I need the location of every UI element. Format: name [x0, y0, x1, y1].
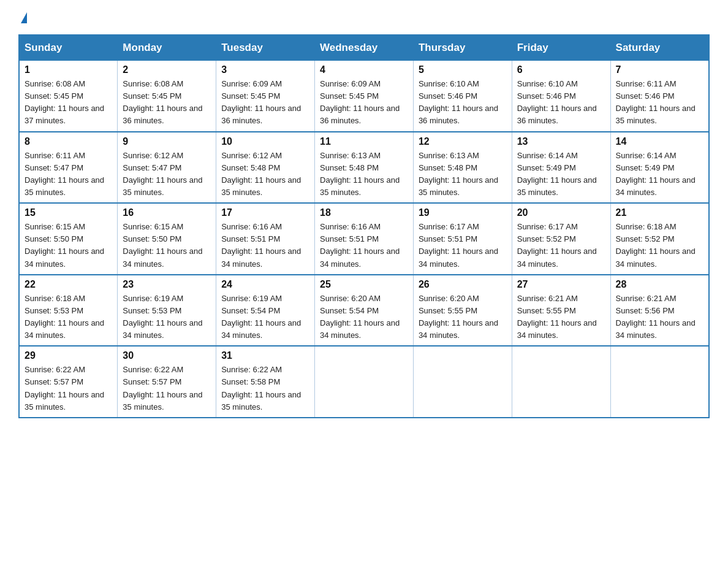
calendar-day-cell: 28 Sunrise: 6:21 AMSunset: 5:56 PMDaylig… — [610, 275, 709, 347]
calendar-header-wednesday: Wednesday — [315, 35, 414, 61]
calendar-day-cell: 17 Sunrise: 6:16 AMSunset: 5:51 PMDaylig… — [216, 203, 315, 275]
day-number: 8 — [25, 136, 112, 147]
day-info: Sunrise: 6:10 AMSunset: 5:46 PMDaylight:… — [517, 79, 597, 125]
day-info: Sunrise: 6:13 AMSunset: 5:48 PMDaylight:… — [320, 151, 400, 197]
day-number: 24 — [221, 279, 309, 290]
day-number: 30 — [123, 350, 211, 361]
day-info: Sunrise: 6:11 AMSunset: 5:47 PMDaylight:… — [25, 151, 104, 197]
calendar-day-cell: 24 Sunrise: 6:19 AMSunset: 5:54 PMDaylig… — [216, 275, 315, 347]
day-info: Sunrise: 6:20 AMSunset: 5:55 PMDaylight:… — [419, 294, 498, 340]
day-number: 9 — [123, 136, 211, 147]
day-info: Sunrise: 6:17 AMSunset: 5:52 PMDaylight:… — [517, 222, 597, 268]
calendar-day-cell: 30 Sunrise: 6:22 AMSunset: 5:57 PMDaylig… — [118, 346, 216, 418]
day-info: Sunrise: 6:09 AMSunset: 5:45 PMDaylight:… — [221, 79, 301, 125]
calendar-day-cell: 21 Sunrise: 6:18 AMSunset: 5:52 PMDaylig… — [610, 203, 709, 275]
day-info: Sunrise: 6:14 AMSunset: 5:49 PMDaylight:… — [517, 151, 597, 197]
day-info: Sunrise: 6:19 AMSunset: 5:54 PMDaylight:… — [221, 294, 301, 340]
calendar-day-cell: 11 Sunrise: 6:13 AMSunset: 5:48 PMDaylig… — [315, 132, 414, 204]
day-number: 2 — [123, 64, 211, 75]
day-info: Sunrise: 6:22 AMSunset: 5:57 PMDaylight:… — [123, 365, 202, 411]
day-info: Sunrise: 6:15 AMSunset: 5:50 PMDaylight:… — [25, 222, 104, 268]
calendar-day-cell: 27 Sunrise: 6:21 AMSunset: 5:55 PMDaylig… — [512, 275, 610, 347]
day-number: 16 — [123, 207, 211, 218]
calendar-week-row: 22 Sunrise: 6:18 AMSunset: 5:53 PMDaylig… — [19, 275, 709, 347]
day-number: 1 — [25, 64, 112, 75]
calendar-day-cell: 18 Sunrise: 6:16 AMSunset: 5:51 PMDaylig… — [315, 203, 414, 275]
day-info: Sunrise: 6:18 AMSunset: 5:53 PMDaylight:… — [25, 294, 104, 340]
day-info: Sunrise: 6:21 AMSunset: 5:55 PMDaylight:… — [517, 294, 597, 340]
day-info: Sunrise: 6:12 AMSunset: 5:47 PMDaylight:… — [123, 151, 202, 197]
logo — [18, 12, 27, 23]
day-number: 25 — [320, 279, 408, 290]
day-info: Sunrise: 6:22 AMSunset: 5:57 PMDaylight:… — [25, 365, 104, 411]
day-number: 23 — [123, 279, 211, 290]
day-info: Sunrise: 6:16 AMSunset: 5:51 PMDaylight:… — [221, 222, 301, 268]
calendar-header-friday: Friday — [512, 35, 610, 61]
day-info: Sunrise: 6:20 AMSunset: 5:54 PMDaylight:… — [320, 294, 400, 340]
calendar-header-monday: Monday — [118, 35, 216, 61]
day-info: Sunrise: 6:21 AMSunset: 5:56 PMDaylight:… — [616, 294, 696, 340]
calendar-header-thursday: Thursday — [413, 35, 512, 61]
day-number: 12 — [419, 136, 507, 147]
day-number: 28 — [616, 279, 703, 290]
day-info: Sunrise: 6:12 AMSunset: 5:48 PMDaylight:… — [221, 151, 301, 197]
calendar-week-row: 29 Sunrise: 6:22 AMSunset: 5:57 PMDaylig… — [19, 346, 709, 418]
calendar-day-cell: 19 Sunrise: 6:17 AMSunset: 5:51 PMDaylig… — [413, 203, 512, 275]
day-info: Sunrise: 6:09 AMSunset: 5:45 PMDaylight:… — [320, 79, 400, 125]
day-info: Sunrise: 6:14 AMSunset: 5:49 PMDaylight:… — [616, 151, 696, 197]
day-number: 3 — [221, 64, 309, 75]
calendar-day-cell: 26 Sunrise: 6:20 AMSunset: 5:55 PMDaylig… — [413, 275, 512, 347]
day-info: Sunrise: 6:10 AMSunset: 5:46 PMDaylight:… — [419, 79, 498, 125]
day-number: 13 — [517, 136, 605, 147]
day-number: 6 — [517, 64, 605, 75]
day-number: 10 — [221, 136, 309, 147]
day-info: Sunrise: 6:11 AMSunset: 5:46 PMDaylight:… — [616, 79, 696, 125]
calendar-header-row: SundayMondayTuesdayWednesdayThursdayFrid… — [19, 35, 709, 61]
day-number: 5 — [419, 64, 507, 75]
calendar-week-row: 15 Sunrise: 6:15 AMSunset: 5:50 PMDaylig… — [19, 203, 709, 275]
calendar-header-sunday: Sunday — [19, 35, 118, 61]
calendar-day-cell: 2 Sunrise: 6:08 AMSunset: 5:45 PMDayligh… — [118, 61, 216, 132]
day-number: 27 — [517, 279, 605, 290]
day-number: 4 — [320, 64, 408, 75]
day-number: 15 — [25, 207, 112, 218]
calendar-day-cell: 10 Sunrise: 6:12 AMSunset: 5:48 PMDaylig… — [216, 132, 315, 204]
day-info: Sunrise: 6:08 AMSunset: 5:45 PMDaylight:… — [123, 79, 202, 125]
day-number: 18 — [320, 207, 408, 218]
calendar-day-cell: 3 Sunrise: 6:09 AMSunset: 5:45 PMDayligh… — [216, 61, 315, 132]
calendar-table: SundayMondayTuesdayWednesdayThursdayFrid… — [18, 34, 710, 418]
logo-triangle-icon — [21, 12, 27, 23]
calendar-day-cell: 16 Sunrise: 6:15 AMSunset: 5:50 PMDaylig… — [118, 203, 216, 275]
calendar-day-cell: 6 Sunrise: 6:10 AMSunset: 5:46 PMDayligh… — [512, 61, 610, 132]
day-info: Sunrise: 6:18 AMSunset: 5:52 PMDaylight:… — [616, 222, 696, 268]
day-number: 26 — [419, 279, 507, 290]
calendar-day-cell: 14 Sunrise: 6:14 AMSunset: 5:49 PMDaylig… — [610, 132, 709, 204]
calendar-day-cell: 31 Sunrise: 6:22 AMSunset: 5:58 PMDaylig… — [216, 346, 315, 418]
calendar-day-cell — [413, 346, 512, 418]
calendar-day-cell: 13 Sunrise: 6:14 AMSunset: 5:49 PMDaylig… — [512, 132, 610, 204]
calendar-day-cell: 20 Sunrise: 6:17 AMSunset: 5:52 PMDaylig… — [512, 203, 610, 275]
calendar-day-cell: 7 Sunrise: 6:11 AMSunset: 5:46 PMDayligh… — [610, 61, 709, 132]
day-number: 20 — [517, 207, 605, 218]
calendar-week-row: 1 Sunrise: 6:08 AMSunset: 5:45 PMDayligh… — [19, 61, 709, 132]
calendar-day-cell: 23 Sunrise: 6:19 AMSunset: 5:53 PMDaylig… — [118, 275, 216, 347]
day-number: 19 — [419, 207, 507, 218]
day-number: 29 — [25, 350, 112, 361]
calendar-day-cell: 9 Sunrise: 6:12 AMSunset: 5:47 PMDayligh… — [118, 132, 216, 204]
day-number: 21 — [616, 207, 703, 218]
calendar-day-cell: 8 Sunrise: 6:11 AMSunset: 5:47 PMDayligh… — [19, 132, 118, 204]
day-number: 22 — [25, 279, 112, 290]
calendar-day-cell: 12 Sunrise: 6:13 AMSunset: 5:48 PMDaylig… — [413, 132, 512, 204]
calendar-day-cell: 1 Sunrise: 6:08 AMSunset: 5:45 PMDayligh… — [19, 61, 118, 132]
day-info: Sunrise: 6:15 AMSunset: 5:50 PMDaylight:… — [123, 222, 202, 268]
page-header — [18, 12, 710, 23]
day-info: Sunrise: 6:22 AMSunset: 5:58 PMDaylight:… — [221, 365, 301, 411]
day-info: Sunrise: 6:19 AMSunset: 5:53 PMDaylight:… — [123, 294, 202, 340]
day-number: 11 — [320, 136, 408, 147]
calendar-day-cell: 15 Sunrise: 6:15 AMSunset: 5:50 PMDaylig… — [19, 203, 118, 275]
calendar-day-cell: 25 Sunrise: 6:20 AMSunset: 5:54 PMDaylig… — [315, 275, 414, 347]
calendar-day-cell — [315, 346, 414, 418]
day-info: Sunrise: 6:13 AMSunset: 5:48 PMDaylight:… — [419, 151, 498, 197]
day-number: 14 — [616, 136, 703, 147]
calendar-day-cell: 22 Sunrise: 6:18 AMSunset: 5:53 PMDaylig… — [19, 275, 118, 347]
